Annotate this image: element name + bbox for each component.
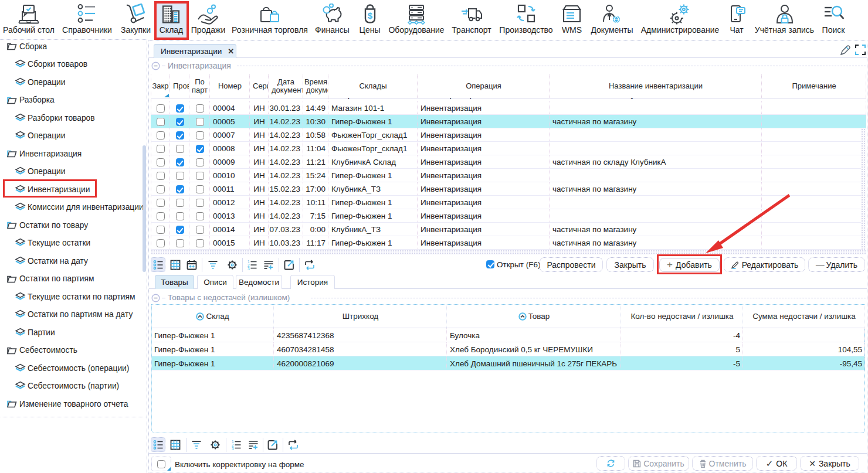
svg-text:3: 3	[247, 267, 250, 270]
svg-text:3: 3	[232, 447, 234, 450]
svg-text:$: $	[367, 11, 372, 21]
